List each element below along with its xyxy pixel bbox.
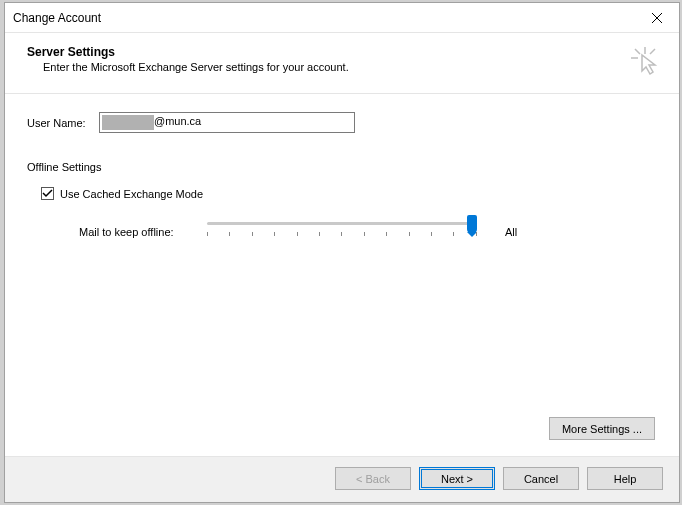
change-account-dialog: Change Account Server Settings Enter the… <box>4 2 680 503</box>
more-settings-button[interactable]: More Settings ... <box>549 417 655 440</box>
titlebar: Change Account <box>5 3 679 33</box>
username-label: User Name: <box>27 117 99 129</box>
mail-offline-value: All <box>505 226 517 238</box>
cached-mode-row: Use Cached Exchange Mode <box>41 187 655 200</box>
mail-offline-slider[interactable] <box>207 218 477 246</box>
help-button[interactable]: Help <box>587 467 663 490</box>
next-button[interactable]: Next > <box>419 467 495 490</box>
offline-settings-heading: Offline Settings <box>27 161 655 173</box>
dialog-title: Change Account <box>13 11 101 25</box>
cached-mode-checkbox[interactable] <box>41 187 54 200</box>
header-area: Server Settings Enter the Microsoft Exch… <box>5 33 679 94</box>
header-title: Server Settings <box>27 45 629 59</box>
svg-line-5 <box>650 49 655 54</box>
redacted-text <box>102 115 154 130</box>
username-input[interactable]: @mun.ca <box>99 112 355 133</box>
header-subtitle: Enter the Microsoft Exchange Server sett… <box>43 61 629 73</box>
back-button: < Back <box>335 467 411 490</box>
slider-thumb[interactable] <box>467 215 477 233</box>
content-area: User Name: @mun.ca Offline Settings Use … <box>5 94 679 456</box>
cached-mode-label: Use Cached Exchange Mode <box>60 188 203 200</box>
mail-offline-label: Mail to keep offline: <box>79 226 199 238</box>
cursor-icon <box>629 45 661 77</box>
cancel-button[interactable]: Cancel <box>503 467 579 490</box>
footer: < Back Next > Cancel Help <box>5 456 679 502</box>
close-icon <box>652 13 662 23</box>
check-icon <box>42 188 53 199</box>
mail-offline-row: Mail to keep offline: All <box>79 218 655 246</box>
svg-line-4 <box>635 49 640 54</box>
username-row: User Name: @mun.ca <box>27 112 655 133</box>
close-button[interactable] <box>634 3 679 32</box>
username-value: @mun.ca <box>154 115 201 127</box>
